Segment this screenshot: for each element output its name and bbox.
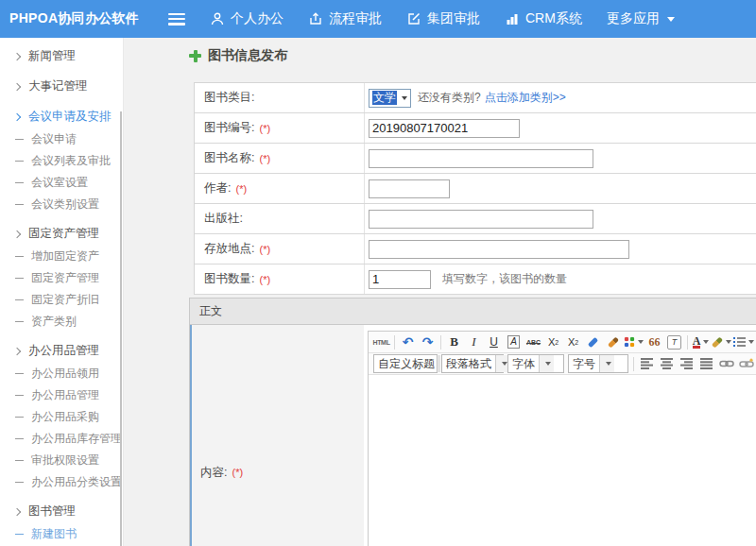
required-mark: (*) [259, 153, 270, 164]
person-icon [210, 11, 225, 26]
nav-group-approval[interactable]: 集团审批 [406, 10, 480, 27]
paste-as-text-button[interactable]: T [665, 333, 683, 351]
color-palette-button[interactable] [624, 333, 644, 351]
quantity-note: 填写数字，该图书的数量 [442, 271, 567, 287]
ordered-list-button[interactable] [733, 333, 754, 351]
sidebar-item-meeting-type[interactable]: 会议类别设置 [0, 194, 123, 215]
align-left-icon [641, 358, 653, 369]
chevron-down-icon [726, 340, 731, 344]
nav-more-apps[interactable]: 更多应用 [607, 10, 675, 27]
blockquote-button[interactable]: 66 [645, 333, 663, 351]
book-no-input[interactable] [369, 119, 520, 138]
strikethrough-button[interactable]: ABC [524, 333, 542, 351]
source-code-button[interactable]: HTML [372, 333, 390, 351]
unlink-button[interactable] [737, 355, 755, 373]
link-button[interactable] [717, 355, 735, 373]
chevron-right-icon [13, 112, 21, 120]
editor-content-area[interactable] [369, 375, 756, 546]
book-form: 图书类目: 文学 还没有类别? 点击添加类别>> 图书编号:(*) 图书名称:(… [194, 82, 756, 546]
sidebar-group-news[interactable]: 新闻管理 [0, 44, 123, 68]
field-label: 图书编号: [204, 120, 254, 136]
nav-crm-system[interactable]: CRM系统 [505, 10, 582, 27]
sidebar-item-approval-perms[interactable]: 审批权限设置 [0, 450, 123, 471]
align-center-icon [661, 358, 673, 369]
sidebar-group-supplies[interactable]: 办公用品管理 [0, 339, 123, 363]
chevron-down-icon [638, 340, 644, 344]
editor-toolbar-row2: 自定义标题 段落格式 字体 字号 [369, 353, 756, 375]
app-logo: PHPOA协同办公软件 [9, 10, 168, 27]
sidebar-item-asset-depreciation[interactable]: 固定资产折旧 [0, 289, 123, 311]
menu-toggle-icon[interactable] [168, 13, 185, 26]
publisher-input[interactable] [369, 210, 593, 229]
form-row-category: 图书类目: 文学 还没有类别? 点击添加类别>> [195, 83, 756, 113]
sidebar-item-supply-claim[interactable]: 办公用品领用 [0, 363, 123, 384]
form-row-quantity: 图书数量:(*) 填写数字，该图书的数量 [195, 264, 756, 295]
chevron-down-icon [402, 96, 407, 100]
form-row-location: 存放地点:(*) [195, 234, 756, 264]
paragraph-format-select[interactable]: 段落格式 [441, 354, 504, 373]
italic-button[interactable]: I [465, 333, 483, 351]
font-color-button[interactable]: A [692, 333, 710, 351]
page-title-text: 图书信息发布 [208, 47, 287, 64]
nav-label: 集团审批 [427, 10, 480, 27]
align-left-button[interactable] [638, 355, 656, 373]
sidebar-group-books[interactable]: 图书管理 [0, 500, 123, 523]
font-size-select[interactable]: 字号 [568, 354, 628, 373]
sidebar-item-meeting-room[interactable]: 会议室设置 [0, 172, 123, 194]
sidebar: 新闻管理 大事记管理 会议申请及安排 会议申请 会议列表及审批 会议室设置 会议… [0, 38, 124, 546]
link-icon [719, 359, 734, 368]
redo-button[interactable]: ↷ [419, 333, 437, 351]
font-family-select[interactable]: 字体 [507, 354, 564, 373]
nav-flow-approval[interactable]: 流程审批 [308, 10, 382, 27]
format-brush-icon[interactable] [604, 333, 622, 351]
sidebar-item-meeting-apply[interactable]: 会议申请 [0, 128, 123, 150]
body-section-header: 正文 [189, 298, 756, 325]
heading-select[interactable]: 自定义标题 [373, 354, 438, 373]
sidebar-item-asset-type[interactable]: 资产类别 [0, 311, 123, 333]
sidebar-item-supply-purchase[interactable]: 办公用品采购 [0, 406, 123, 428]
ordered-list-icon [733, 336, 746, 348]
sidebar-item-supply-stock[interactable]: 办公用品库存管理 [0, 428, 123, 450]
sidebar-item-supply-category[interactable]: 办公用品分类设置 [0, 471, 123, 493]
sidebar-group-assets[interactable]: 固定资产管理 [0, 222, 123, 246]
font-style-button[interactable]: A [505, 333, 523, 351]
chevron-right-icon [13, 347, 21, 354]
bold-button[interactable]: B [445, 333, 463, 351]
subscript-button[interactable]: X2 [564, 333, 582, 351]
undo-button[interactable]: ↶ [399, 333, 417, 351]
eraser-icon[interactable] [584, 333, 602, 351]
sidebar-item-asset-add[interactable]: 增加固定资产 [0, 246, 123, 267]
nav-label: 更多应用 [607, 10, 660, 27]
justify-button[interactable] [697, 355, 715, 373]
chevron-down-icon [545, 362, 551, 366]
sidebar-item-meeting-list[interactable]: 会议列表及审批 [0, 150, 123, 172]
category-select[interactable]: 文学 [369, 89, 411, 108]
location-input[interactable] [369, 240, 629, 259]
align-right-button[interactable] [678, 355, 696, 373]
chevron-down-icon [703, 340, 709, 344]
add-icon [189, 50, 201, 62]
sidebar-scrollbar[interactable] [120, 111, 122, 546]
required-mark: (*) [235, 183, 247, 195]
required-mark: (*) [259, 244, 270, 255]
underline-button[interactable]: U [485, 333, 503, 351]
sidebar-item-supply-manage[interactable]: 办公用品管理 [0, 384, 123, 406]
form-row-author: 作者:(*) [195, 174, 756, 204]
required-mark: (*) [232, 467, 243, 478]
nav-label: 流程审批 [329, 10, 382, 27]
nav-personal-office[interactable]: 个人办公 [210, 10, 284, 27]
justify-icon [700, 358, 713, 369]
superscript-button[interactable]: X2 [544, 333, 562, 351]
add-category-link[interactable]: 点击添加类别>> [485, 90, 566, 106]
highlight-color-button[interactable] [712, 333, 731, 351]
sidebar-group-meetings[interactable]: 会议申请及安排 [0, 105, 123, 128]
align-center-button[interactable] [658, 355, 676, 373]
author-input[interactable] [369, 179, 450, 198]
book-name-input[interactable] [369, 149, 593, 168]
sidebar-group-milestones[interactable]: 大事记管理 [0, 75, 123, 98]
quantity-input[interactable] [369, 270, 431, 289]
sidebar-item-asset-manage[interactable]: 固定资产管理 [0, 267, 123, 289]
field-label: 内容: [200, 465, 227, 481]
sidebar-item-book-new[interactable]: 新建图书 [0, 523, 123, 545]
bar-chart-icon [505, 11, 520, 26]
